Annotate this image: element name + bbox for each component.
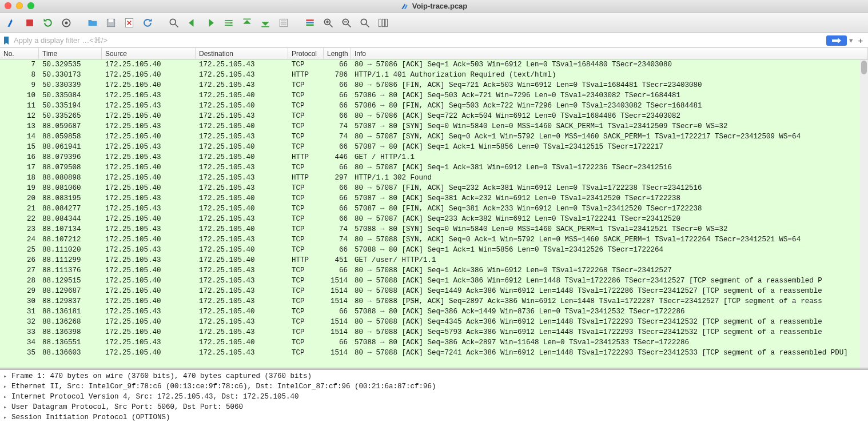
filter-dropdown-icon[interactable]: ▾ bbox=[848, 36, 854, 45]
auto-scroll-button[interactable] bbox=[276, 15, 292, 31]
display-filter-input[interactable] bbox=[11, 35, 825, 46]
header-source[interactable]: Source bbox=[102, 48, 196, 59]
go-back-button[interactable] bbox=[184, 15, 200, 31]
packet-row[interactable]: 2988.129687172.25.105.40172.25.105.43TCP… bbox=[0, 286, 868, 296]
resize-columns-button[interactable] bbox=[375, 15, 391, 31]
packet-row[interactable]: 2488.107212172.25.105.40172.25.105.43TCP… bbox=[0, 234, 868, 245]
find-packet-button[interactable] bbox=[166, 15, 182, 31]
go-last-button[interactable] bbox=[257, 15, 273, 31]
tree-node[interactable]: ▸User Datagram Protocol, Src Port: 5060,… bbox=[0, 402, 868, 412]
cell-info: 80 → 57088 [ACK] Seq=5793 Ack=386 Win=69… bbox=[351, 327, 868, 337]
cell-no: 15 bbox=[0, 142, 39, 152]
minimize-window-button[interactable] bbox=[16, 2, 23, 9]
packet-row[interactable]: 1688.079396172.25.105.43172.25.105.40HTT… bbox=[0, 152, 868, 162]
colorize-button[interactable] bbox=[302, 15, 318, 31]
cell-len: 786 bbox=[324, 70, 351, 80]
expand-icon[interactable]: ▸ bbox=[3, 383, 9, 390]
packet-row[interactable]: 3288.136268172.25.105.40172.25.105.43TCP… bbox=[0, 317, 868, 327]
reload-file-button[interactable] bbox=[140, 15, 156, 31]
packet-row[interactable]: 3088.129837172.25.105.40172.25.105.43TCP… bbox=[0, 296, 868, 306]
packet-details-pane[interactable]: ▸Frame 1: 470 bytes on wire (3760 bits),… bbox=[0, 370, 868, 426]
tree-node[interactable]: ▸Session Initiation Protocol (OPTIONS) bbox=[0, 412, 868, 423]
open-file-button[interactable] bbox=[85, 15, 101, 31]
tree-node[interactable]: ▸Ethernet II, Src: IntelCor_9f:78:c6 (00… bbox=[0, 381, 868, 392]
packet-row[interactable]: 1150.335194172.25.105.43172.25.105.40TCP… bbox=[0, 101, 868, 111]
packet-row[interactable]: 2088.083195172.25.105.43172.25.105.40TCP… bbox=[0, 193, 868, 204]
packet-row[interactable]: 2788.111376172.25.105.40172.25.105.43TCP… bbox=[0, 265, 868, 276]
zoom-in-button[interactable] bbox=[320, 15, 336, 31]
packet-row[interactable]: 1050.335084172.25.105.43172.25.105.40TCP… bbox=[0, 90, 868, 101]
tree-node[interactable]: ▸Frame 1: 470 bytes on wire (3760 bits),… bbox=[0, 371, 868, 381]
apply-filter-button[interactable] bbox=[826, 35, 847, 46]
header-length[interactable]: Length bbox=[324, 48, 351, 59]
expand-icon[interactable]: ▸ bbox=[3, 414, 9, 421]
packet-row[interactable]: 2188.084277172.25.105.43172.25.105.40TCP… bbox=[0, 204, 868, 214]
cell-source: 172.25.105.40 bbox=[102, 162, 196, 173]
cell-len: 66 bbox=[324, 183, 351, 193]
header-time[interactable]: Time bbox=[39, 48, 102, 59]
cell-no: 35 bbox=[0, 348, 39, 358]
start-capture-button[interactable] bbox=[3, 15, 19, 31]
packet-row[interactable]: 750.329535172.25.105.40172.25.105.43TCP6… bbox=[0, 59, 868, 70]
scrollbar-thumb[interactable] bbox=[861, 61, 867, 74]
scrollbar[interactable] bbox=[860, 59, 868, 368]
main-toolbar bbox=[0, 13, 868, 33]
packet-row[interactable]: 2888.129515172.25.105.40172.25.105.43TCP… bbox=[0, 276, 868, 286]
packet-row[interactable]: 3488.136551172.25.105.43172.25.105.40TCP… bbox=[0, 337, 868, 348]
packet-row[interactable]: 2688.111299172.25.105.43172.25.105.40HTT… bbox=[0, 255, 868, 265]
header-protocol[interactable]: Protocol bbox=[288, 48, 324, 59]
expand-icon[interactable]: ▸ bbox=[3, 373, 9, 380]
zoom-out-button[interactable] bbox=[357, 15, 373, 31]
packet-row[interactable]: 1888.080898172.25.105.40172.25.105.43HTT… bbox=[0, 173, 868, 183]
arrow-up-bar-icon bbox=[241, 17, 253, 29]
cell-time: 88.079508 bbox=[39, 162, 102, 173]
packet-row[interactable]: 2588.111020172.25.105.43172.25.105.40TCP… bbox=[0, 245, 868, 255]
cell-len: 66 bbox=[324, 101, 351, 111]
bookmark-icon[interactable] bbox=[2, 37, 10, 45]
cell-len: 451 bbox=[324, 255, 351, 265]
packet-row[interactable]: 2388.107134172.25.105.43172.25.105.40TCP… bbox=[0, 224, 868, 234]
zoom-window-button[interactable] bbox=[27, 2, 34, 9]
app-fin-icon bbox=[401, 2, 409, 10]
packet-row[interactable]: 1588.061941172.25.105.43172.25.105.40TCP… bbox=[0, 142, 868, 152]
cell-info: 80 → 57088 [ACK] Seq=7241 Ack=386 Win=69… bbox=[351, 348, 868, 358]
packet-row[interactable]: 1388.059687172.25.105.43172.25.105.40TCP… bbox=[0, 121, 868, 132]
header-info[interactable]: Info bbox=[351, 48, 868, 59]
expand-icon[interactable]: ▸ bbox=[3, 393, 9, 400]
packet-row[interactable]: 2288.084344172.25.105.40172.25.105.43TCP… bbox=[0, 214, 868, 224]
restart-capture-button[interactable] bbox=[40, 15, 56, 31]
expand-icon[interactable]: ▸ bbox=[3, 404, 9, 411]
packet-row[interactable]: 850.330173172.25.105.40172.25.105.43HTTP… bbox=[0, 70, 868, 80]
stop-capture-button[interactable] bbox=[22, 15, 38, 31]
header-no[interactable]: No. bbox=[0, 48, 39, 59]
capture-options-button[interactable] bbox=[58, 15, 74, 31]
packet-row[interactable]: 3388.136398172.25.105.40172.25.105.43TCP… bbox=[0, 327, 868, 337]
zoom-reset-button[interactable] bbox=[339, 15, 355, 31]
cell-no: 8 bbox=[0, 70, 39, 80]
packet-row[interactable]: 1250.335265172.25.105.40172.25.105.43TCP… bbox=[0, 111, 868, 121]
svg-point-2 bbox=[65, 21, 68, 24]
add-filter-button[interactable]: + bbox=[855, 35, 866, 45]
packet-row[interactable]: 1488.059858172.25.105.40172.25.105.43TCP… bbox=[0, 132, 868, 142]
packet-row[interactable]: 3588.136603172.25.105.40172.25.105.43TCP… bbox=[0, 348, 868, 358]
cell-time: 88.081060 bbox=[39, 183, 102, 193]
packet-row[interactable]: 1988.081060172.25.105.40172.25.105.43TCP… bbox=[0, 183, 868, 193]
packet-row[interactable]: 950.330339172.25.105.40172.25.105.43TCP6… bbox=[0, 80, 868, 90]
header-dest[interactable]: Destination bbox=[196, 48, 288, 59]
save-file-button[interactable] bbox=[103, 15, 119, 31]
close-window-button[interactable] bbox=[5, 2, 11, 9]
go-to-packet-button[interactable] bbox=[221, 15, 237, 31]
go-forward-button[interactable] bbox=[202, 15, 218, 31]
close-file-button[interactable] bbox=[121, 15, 137, 31]
packet-row[interactable]: 3188.136181172.25.105.43172.25.105.40TCP… bbox=[0, 306, 868, 317]
cell-time: 88.136181 bbox=[39, 306, 102, 317]
cell-proto: HTTP bbox=[288, 152, 324, 162]
arrow-apply-icon bbox=[832, 38, 841, 43]
tree-node[interactable]: ▸Internet Protocol Version 4, Src: 172.2… bbox=[0, 392, 868, 402]
go-first-button[interactable] bbox=[239, 15, 255, 31]
packet-row[interactable]: 1788.079508172.25.105.40172.25.105.43TCP… bbox=[0, 162, 868, 173]
packet-list[interactable]: 750.329535172.25.105.40172.25.105.43TCP6… bbox=[0, 59, 868, 368]
cell-no: 24 bbox=[0, 234, 39, 245]
cell-info: 80 → 57088 [PSH, ACK] Seq=2897 Ack=386 W… bbox=[351, 296, 868, 306]
cell-time: 50.335194 bbox=[39, 101, 102, 111]
